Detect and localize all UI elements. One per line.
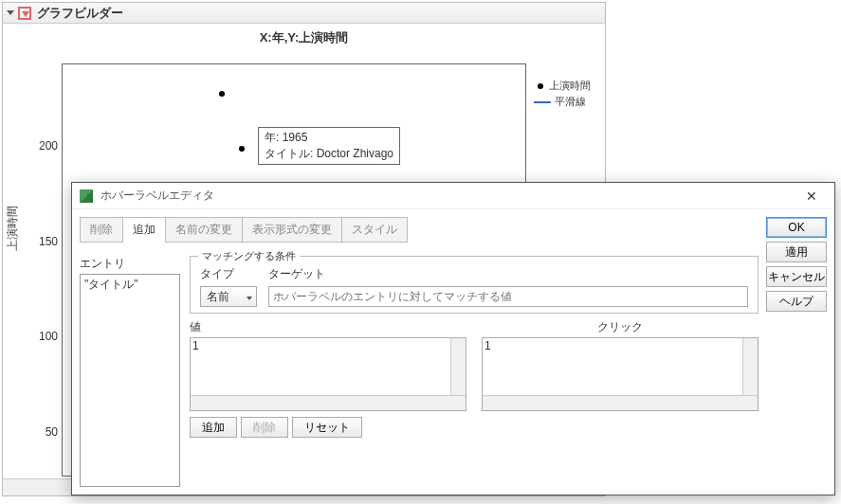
chevron-down-icon [247, 290, 252, 303]
y-tick-100: 100 [37, 330, 58, 343]
value-item[interactable]: 1 [192, 339, 464, 352]
legend-dot-icon [538, 83, 543, 89]
delete-button[interactable]: 削除 [241, 417, 288, 438]
legend-item-series[interactable]: 上演時間 [534, 79, 591, 93]
match-condition-fieldset: マッチングする条件 タイプ 名前 ターゲット [190, 256, 759, 314]
tab-strip: 削除 追加 名前の変更 表示形式の変更 スタイル [80, 217, 759, 243]
graph-builder-title: グラフビルダー [37, 5, 123, 22]
y-axis-label: 上演時間 [5, 206, 21, 251]
apply-button[interactable]: 適用 [766, 242, 827, 262]
entry-list[interactable]: "タイトル" [80, 274, 180, 487]
legend-line-icon [534, 101, 551, 103]
tab-delete[interactable]: 削除 [80, 217, 123, 243]
type-label: タイプ [200, 266, 257, 282]
target-label: ターゲット [268, 266, 748, 282]
value-listbox[interactable]: 1 [190, 337, 466, 411]
value-click-section: 値 1 クリック 1 [190, 319, 759, 411]
legend-item-smooth[interactable]: 平滑線 [534, 95, 591, 109]
y-tick-200: 200 [37, 139, 58, 153]
legend-series-label: 上演時間 [549, 79, 591, 93]
target-input[interactable] [268, 286, 748, 307]
tooltip-line2: タイトル: Doctor Zhivago [265, 146, 393, 162]
click-header: クリック [482, 319, 759, 335]
y-tick-150: 150 [37, 235, 58, 248]
close-button[interactable]: ✕ [793, 185, 831, 207]
dialog-titlebar[interactable]: ホバーラベルエディタ ✕ [72, 183, 834, 209]
entry-item[interactable]: "タイトル" [84, 277, 175, 293]
data-point[interactable] [239, 146, 245, 152]
tab-style[interactable]: スタイル [342, 217, 408, 243]
chart-title: X:年,Y:上演時間 [3, 24, 605, 46]
tab-format[interactable]: 表示形式の変更 [243, 217, 342, 243]
type-select[interactable]: 名前 [200, 286, 257, 307]
chart-tooltip: 年: 1965 タイトル: Doctor Zhivago [258, 127, 400, 165]
entry-label: エントリ [80, 256, 180, 272]
reset-button[interactable]: リセット [292, 417, 362, 438]
graph-builder-header[interactable]: グラフビルダー [3, 3, 605, 24]
dialog-title: ホバーラベルエディタ [101, 188, 793, 204]
tab-add[interactable]: 追加 [123, 217, 166, 243]
tooltip-line1: 年: 1965 [265, 130, 393, 146]
cancel-button[interactable]: キャンセル [766, 266, 827, 287]
help-button[interactable]: ヘルプ [766, 291, 827, 312]
ok-button[interactable]: OK [766, 217, 827, 238]
disclosure-triangle-icon[interactable] [7, 10, 14, 15]
data-point[interactable] [219, 91, 225, 97]
value-header: 値 [190, 319, 466, 335]
hover-label-editor-dialog: ホバーラベルエディタ ✕ 削除 追加 名前の変更 表示形式の変更 スタイル エン… [71, 182, 835, 495]
dialog-button-column: OK 適用 キャンセル ヘルプ [766, 217, 827, 487]
app-flag-icon [80, 189, 93, 203]
y-tick-50: 50 [37, 425, 58, 439]
tab-rename[interactable]: 名前の変更 [166, 217, 243, 243]
add-button[interactable]: 追加 [190, 417, 237, 438]
fieldset-title: マッチングする条件 [198, 249, 300, 263]
legend-smooth-label: 平滑線 [555, 95, 586, 109]
click-listbox[interactable]: 1 [482, 337, 759, 411]
scrollbar-horizontal[interactable] [483, 395, 758, 410]
scrollbar-horizontal[interactable] [191, 395, 466, 410]
click-item[interactable]: 1 [484, 339, 756, 352]
type-select-value: 名前 [207, 289, 229, 305]
menu-triangle-icon[interactable] [18, 7, 31, 20]
legend: 上演時間 平滑線 [534, 79, 591, 111]
close-icon: ✕ [806, 189, 817, 204]
